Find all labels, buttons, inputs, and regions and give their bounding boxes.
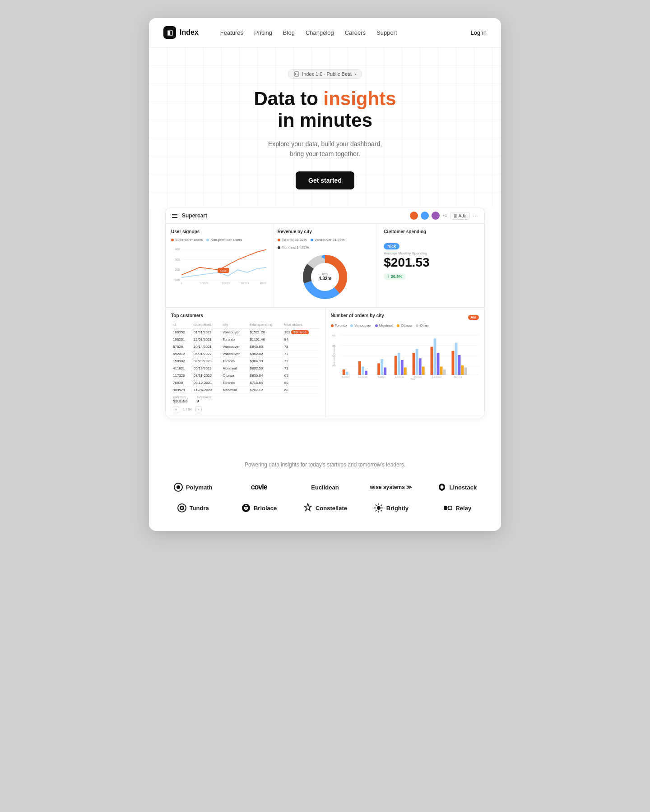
cell-spending: $1521.20: [248, 329, 282, 336]
nav-careers[interactable]: Careers: [345, 29, 366, 36]
col-id: id: [171, 322, 192, 329]
svg-text:12/2020: 12/2020: [358, 376, 367, 378]
orders-chart: Number of orders by city Aki Toronto Van…: [325, 308, 485, 418]
nav-logo[interactable]: ◧ Index: [163, 26, 199, 39]
col-orders: total orders: [283, 322, 320, 329]
svg-text:400: 400: [175, 248, 180, 251]
top-customers-table: Top customers id date joined city total …: [166, 308, 325, 418]
svg-rect-55: [455, 343, 457, 375]
spending-amount: $201.53: [384, 256, 479, 269]
earned-stat: EARNED $201.53: [173, 396, 188, 403]
user-signups-chart: User signups Supercart+ users Non-premiu…: [166, 224, 272, 307]
earned-label: EARNED: [173, 396, 188, 399]
linostack-icon: [437, 483, 446, 492]
table-footer-stats: EARNED $201.53 AVERAGE 9: [171, 394, 320, 403]
svg-text:4.32m: 4.32m: [319, 276, 331, 281]
orders-legend: Toronto Vancouver Montreal Ottawa Other: [331, 323, 479, 328]
navbar: ◧ Index Features Pricing Blog Changelog …: [149, 18, 501, 47]
up-arrow-icon: ↑: [387, 274, 390, 279]
svg-point-73: [377, 506, 381, 510]
nav-links: Features Pricing Blog Changelog Careers …: [220, 28, 397, 37]
cta-button[interactable]: Get started: [296, 171, 354, 189]
table-row: 10823112/08/2021Toronto$1101.4684: [171, 336, 320, 343]
polymath-icon: [173, 482, 183, 492]
wise-systems-label: wise systems ≫: [370, 484, 413, 490]
relay-label: Relay: [455, 505, 471, 512]
tundra-label: Tundra: [190, 505, 209, 512]
table-row: 11732008/31-2022Ottawa$856.0465: [171, 372, 320, 379]
svg-rect-51: [436, 353, 439, 375]
table-row: 8782610/14/2021Vancouver$846.6578: [171, 343, 320, 351]
svg-rect-33: [342, 369, 345, 375]
svg-text:300: 300: [175, 258, 180, 261]
prev-page-button[interactable]: ‹: [173, 406, 179, 412]
table-title: Top customers: [171, 313, 320, 318]
svg-line-80: [381, 505, 382, 506]
euclidean-label: Euclidean: [311, 484, 339, 491]
svg-rect-52: [440, 367, 442, 375]
legend-dot-montreal: [278, 246, 280, 249]
logo-euclidean: Euclidean: [311, 484, 339, 491]
dashboard-header: Supercart +1 ⊞ Add ···: [166, 208, 484, 224]
hero-subtext: Explore your data, build your dashboard,…: [163, 139, 487, 159]
headline-accent: insights: [324, 88, 396, 109]
svg-text:40: 40: [332, 334, 335, 337]
logo-tundra: Tundra: [177, 503, 209, 513]
earned-value: $201.53: [173, 399, 188, 403]
svg-line-78: [375, 505, 376, 506]
svg-rect-43: [400, 360, 403, 375]
nav-features[interactable]: Features: [220, 29, 243, 36]
nav-support[interactable]: Support: [376, 29, 397, 36]
next-page-button[interactable]: ›: [195, 406, 202, 412]
logo-polymath: Polymath: [173, 482, 213, 492]
login-button[interactable]: Log in: [471, 29, 487, 36]
logos-grid: Polymath covie Euclidean wise systems ≫ …: [163, 482, 487, 513]
logo-icon: ◧: [163, 26, 176, 39]
svg-rect-38: [377, 364, 380, 375]
spending-title: Customer spending: [384, 229, 479, 234]
dashboard-title: Supercart: [182, 212, 405, 219]
more-options-icon[interactable]: ···: [473, 212, 478, 219]
donut-svg: Total 4.32m: [300, 252, 350, 302]
cell-id: 186352: [171, 329, 192, 336]
svg-rect-0: [294, 72, 299, 76]
spending-chart: Customer spending Nick Average Monthly S…: [378, 224, 484, 307]
beta-badge-arrow: ›: [354, 71, 356, 77]
table-row: 80952311-24-2022Montreal$702.1260: [171, 387, 320, 394]
table-pagination: ‹ 1 / 64 ›: [171, 403, 320, 412]
polymath-label: Polymath: [186, 484, 213, 491]
legend-dot-nonpremium: [206, 239, 209, 241]
logo-briolace: Briolace: [241, 503, 277, 513]
logo-covie: covie: [251, 483, 267, 491]
logos-section: Powering data insights for today's start…: [149, 443, 501, 531]
logo-relay: Relay: [443, 503, 471, 513]
svg-text:3/2023: 3/2023: [241, 282, 249, 285]
average-stat: AVERAGE 9: [197, 396, 212, 403]
dashboard-preview: Supercart +1 ⊞ Add ··· User signups: [165, 208, 485, 418]
svg-rect-39: [381, 360, 383, 375]
legend-vancouver: Vancouver 31.89%: [311, 238, 345, 242]
add-button[interactable]: ⊞ Add: [450, 212, 470, 220]
nav-blog[interactable]: Blog: [283, 29, 295, 36]
svg-text:100: 100: [175, 278, 180, 281]
svg-text:6/2020: 6/2020: [341, 376, 349, 378]
beta-badge[interactable]: Index 1.0 · Public Beta ›: [288, 69, 362, 79]
eduardo-tag: Eduardo: [291, 330, 308, 334]
constellate-icon: [303, 503, 313, 513]
nav-pricing[interactable]: Pricing: [254, 29, 272, 36]
col-city: city: [221, 322, 248, 329]
nav-changelog[interactable]: Changelog: [306, 29, 334, 36]
legend-toronto: Toronto 38.32%: [278, 238, 307, 242]
line-chart-svg: 400 300 200 100: [171, 245, 266, 285]
bar-chart-svg: 40 30 20 10: [331, 330, 479, 380]
menu-icon[interactable]: [172, 214, 177, 218]
average-value: 9: [197, 399, 212, 403]
page-info: 1 / 64: [183, 407, 192, 411]
covie-label: covie: [251, 483, 267, 491]
svg-text:Total orders (thousands): Total orders (thousands): [332, 344, 335, 367]
logo-wise-systems: wise systems ≫: [370, 484, 413, 490]
svg-text:1/2023: 1/2023: [200, 282, 209, 285]
aki-tag: Aki: [468, 315, 479, 320]
revenue-chart: Revenue by city Toronto 38.32% Vancouver…: [272, 224, 378, 307]
revenue-title: Revenue by city: [278, 229, 373, 234]
